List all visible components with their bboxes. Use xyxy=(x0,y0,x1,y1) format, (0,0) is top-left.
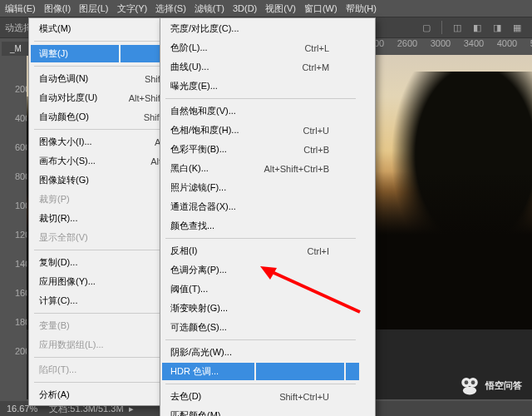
menubar-item[interactable]: 滤镜(T) xyxy=(195,2,224,15)
adjustments-submenu: 亮度/对比度(C)...色阶(L)...Ctrl+L曲线(U)...Ctrl+M… xyxy=(160,17,376,416)
menu-item[interactable]: 可选颜色(S)... xyxy=(162,319,359,336)
tool-icon-3[interactable]: ◨ xyxy=(490,20,505,35)
menu-item[interactable]: 渐变映射(G)... xyxy=(162,300,359,317)
svg-point-4 xyxy=(463,387,476,395)
menu-item[interactable]: 色阶(L)...Ctrl+L xyxy=(162,39,359,57)
menu-item[interactable]: 去色(D)Shift+Ctrl+U xyxy=(162,388,359,405)
menu-item[interactable]: 色调分离(P)... xyxy=(162,261,359,279)
3d-mode-icon[interactable]: ▢ xyxy=(419,20,434,35)
menu-item[interactable]: 色相/饱和度(H)...Ctrl+U xyxy=(162,121,359,139)
menu-item[interactable]: 反相(I)Ctrl+I xyxy=(162,242,359,260)
menubar-item[interactable]: 帮助(H) xyxy=(346,2,377,15)
menubar: 编辑(E)图像(I)图层(L)文字(Y)选择(S)滤镜(T)3D(D)视图(V)… xyxy=(0,0,532,17)
menu-item[interactable]: 阴影/高光(W)... xyxy=(162,344,359,361)
menu-item[interactable]: 曲线(U)...Ctrl+M xyxy=(162,58,359,76)
wukong-logo-icon xyxy=(459,374,480,396)
menubar-item[interactable]: 窗口(W) xyxy=(304,2,337,15)
menu-item[interactable]: 自然饱和度(V)... xyxy=(162,102,359,120)
menubar-item[interactable]: 文字(Y) xyxy=(117,2,148,15)
watermark-text: 悟空问答 xyxy=(485,379,522,392)
menubar-item[interactable]: 编辑(E) xyxy=(5,2,36,15)
menu-item[interactable]: 曝光度(E)... xyxy=(162,77,359,95)
tool-icon-4[interactable]: ▦ xyxy=(510,20,525,35)
tool-icon-1[interactable]: ◫ xyxy=(450,20,465,35)
menubar-item[interactable]: 图像(I) xyxy=(44,2,71,15)
image-menu: 模式(M)▶调整(J)▶自动色调(N)Shift+Ctrl+L自动对比度(U)A… xyxy=(28,17,161,406)
svg-point-2 xyxy=(465,380,469,384)
document-tab[interactable]: _M xyxy=(2,42,30,56)
menu-item[interactable]: 照片滤镜(F)... xyxy=(162,179,359,196)
menu-item[interactable]: 黑白(K)...Alt+Shift+Ctrl+B xyxy=(162,160,359,177)
menu-item[interactable]: 亮度/对比度(C)... xyxy=(162,20,359,37)
menu-item[interactable]: 匹配颜色(M)... xyxy=(162,407,359,416)
menu-item[interactable]: 阈值(T)... xyxy=(162,280,359,298)
watermark: 悟空问答 xyxy=(459,374,522,396)
menu-item[interactable]: 色彩平衡(B)...Ctrl+B xyxy=(162,141,359,158)
menubar-item[interactable]: 图层(L) xyxy=(79,2,108,15)
menu-item[interactable]: HDR 色调... xyxy=(162,363,359,380)
menubar-item[interactable]: 视图(V) xyxy=(265,2,296,15)
ruler-vertical: 200400600800100012001400160018002000 xyxy=(15,55,27,399)
menubar-item[interactable]: 选择(S) xyxy=(155,2,186,15)
tool-icon-2[interactable]: ◧ xyxy=(470,20,485,35)
menu-item[interactable]: 颜色查找... xyxy=(162,217,359,235)
menu-item[interactable]: 通道混合器(X)... xyxy=(162,198,359,215)
menubar-item[interactable]: 3D(D) xyxy=(233,3,257,13)
svg-point-3 xyxy=(471,380,475,384)
